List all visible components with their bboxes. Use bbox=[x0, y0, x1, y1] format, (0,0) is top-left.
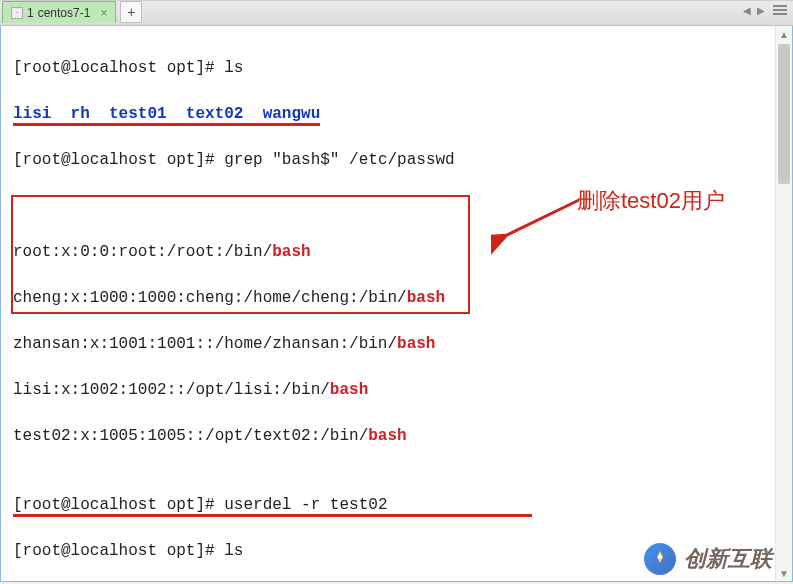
scrollbar-thumb[interactable] bbox=[778, 44, 790, 184]
tab-nav: ◀ ▶ bbox=[743, 3, 789, 17]
close-icon[interactable]: × bbox=[100, 6, 107, 20]
grep1-lisi: lisi:x:1002:1002::/opt/lisi:/bin/bash bbox=[13, 379, 782, 402]
grep1-test02: test02:x:1005:1005::/opt/text02:/bin/bas… bbox=[13, 425, 782, 448]
tab-centos7-1[interactable]: · 1 centos7-1 × bbox=[2, 1, 116, 23]
menu-icon[interactable] bbox=[771, 3, 789, 17]
tab-bar: · 1 centos7-1 × + ◀ ▶ bbox=[0, 0, 793, 26]
line-2-ls-output: lisi rh test01 text02 wangwu bbox=[13, 103, 782, 126]
line-userdel: [root@localhost opt]# userdel -r test02 bbox=[13, 494, 782, 517]
terminal[interactable]: [root@localhost opt]# ls lisi rh test01 … bbox=[1, 26, 792, 584]
tab-icon: · bbox=[11, 7, 23, 19]
tab-index: 1 bbox=[27, 6, 34, 20]
scrollbar-up-icon[interactable]: ▲ bbox=[776, 26, 792, 42]
grep1-root: root:x:0:0:root:/root:/bin/bash bbox=[13, 241, 782, 264]
watermark-text: 创新互联 bbox=[684, 544, 772, 574]
scrollbar-down-icon[interactable]: ▼ bbox=[776, 565, 792, 581]
annotation-delete-user: 删除test02用户 bbox=[577, 186, 725, 216]
svg-point-2 bbox=[658, 555, 662, 559]
scrollbar[interactable]: ▲ ▼ bbox=[775, 26, 792, 581]
grep1-cheng: cheng:x:1000:1000:cheng:/home/cheng:/bin… bbox=[13, 287, 782, 310]
chevron-right-icon[interactable]: ▶ bbox=[757, 5, 765, 16]
line-1: [root@localhost opt]# ls bbox=[13, 57, 782, 80]
tab-title: centos7-1 bbox=[38, 6, 91, 20]
grep1-zhansan: zhansan:x:1001:1001::/home/zhansan:/bin/… bbox=[13, 333, 782, 356]
chevron-left-icon[interactable]: ◀ bbox=[743, 5, 751, 16]
line-3: [root@localhost opt]# grep "bash$" /etc/… bbox=[13, 149, 782, 172]
grep-box-1: root:x:0:0:root:/root:/bin/bash cheng:x:… bbox=[13, 195, 782, 471]
terminal-pane: [root@localhost opt]# ls lisi rh test01 … bbox=[0, 26, 793, 582]
add-tab-button[interactable]: + bbox=[120, 1, 142, 23]
watermark-logo-icon bbox=[644, 543, 676, 575]
watermark: 创新互联 bbox=[644, 543, 772, 575]
